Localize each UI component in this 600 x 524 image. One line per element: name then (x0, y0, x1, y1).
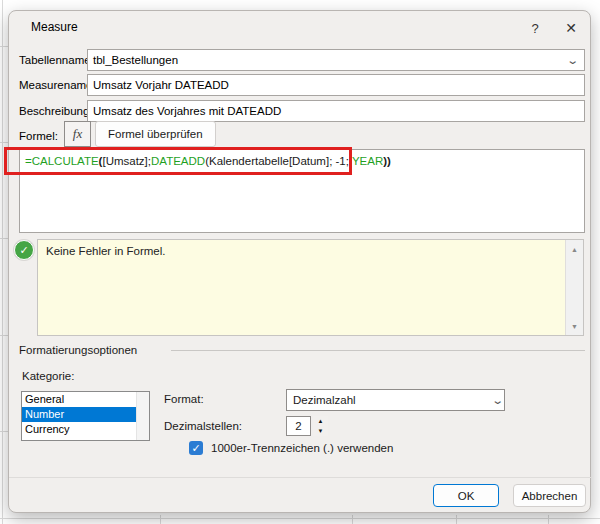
chevron-down-icon: ⌄ (491, 394, 504, 407)
background-gridline (0, 518, 600, 519)
category-option-general[interactable]: General (22, 392, 139, 407)
measure-name-label: Measurename: (19, 74, 96, 96)
category-option-currency[interactable]: Currency (22, 422, 139, 437)
listbox-scrollbar[interactable] (136, 392, 149, 440)
formula-token: =CALCULATE (25, 155, 99, 167)
measure-dialog: Measure ? ✕ Tabellenname: tbl_Bestellung… (8, 10, 591, 513)
background-gridline (0, 431, 8, 432)
help-button[interactable]: ? (521, 15, 549, 41)
thousands-separator-checkbox[interactable]: ✓ (189, 441, 203, 455)
background-gridline (0, 335, 8, 336)
thousands-separator-label: 1000er-Trennzeichen (.) verwenden (211, 442, 393, 454)
spinner-down-icon: ▼ (318, 428, 324, 434)
background-gridline (352, 515, 353, 524)
table-name-combobox[interactable]: tbl_Bestellungen ⌄ (87, 49, 585, 71)
category-listbox: General Number Currency (21, 391, 150, 441)
validation-message: Keine Fehler in Formel. (46, 245, 166, 257)
measure-name-input[interactable] (87, 74, 585, 96)
decimals-label: Dezimalstellen: (164, 420, 242, 432)
background-gridline (160, 515, 161, 524)
checkmark-icon: ✓ (191, 442, 200, 454)
format-dropdown[interactable]: Dezimalzahl ⌄ (286, 389, 505, 411)
formatting-section-label: Formatierungsoptionen (19, 344, 137, 356)
decimals-value[interactable]: 2 (286, 416, 311, 436)
scroll-up-icon: ▲ (571, 246, 578, 253)
spinner-up-button[interactable]: ▲ (313, 416, 328, 426)
insert-function-button[interactable]: fx (64, 121, 91, 147)
cancel-button[interactable]: Abbrechen (513, 484, 586, 507)
footer-divider (9, 477, 592, 478)
scroll-down-icon: ▼ (571, 323, 578, 330)
description-label: Beschreibung: (19, 100, 93, 122)
chevron-down-icon: ⌄ (566, 54, 579, 67)
ok-button[interactable]: OK (433, 484, 499, 507)
formula-editor[interactable]: =CALCULATE([Umsatz];DATEADD(Kalendertabe… (19, 149, 585, 233)
formula-label: Formel: (19, 123, 58, 149)
formula-token: )) (383, 155, 391, 167)
background-gridline (0, 142, 8, 143)
background-gridline (0, 238, 8, 239)
category-option-number[interactable]: Number (22, 407, 139, 422)
description-input[interactable] (87, 100, 585, 122)
validation-message-box: Keine Fehler in Formel. ▲ ▼ (37, 239, 584, 336)
window-title: Measure (31, 20, 78, 34)
table-name-value: tbl_Bestellungen (93, 54, 568, 66)
format-label: Format: (164, 393, 204, 405)
scroll-up-button[interactable]: ▲ (566, 242, 583, 256)
close-icon: ✕ (565, 20, 577, 36)
fx-icon: fx (73, 126, 82, 142)
decimals-spinner: ▲ ▼ (313, 416, 328, 436)
spinner-up-icon: ▲ (318, 418, 324, 424)
category-label: Kategorie: (22, 370, 74, 382)
format-value: Dezimalzahl (293, 394, 493, 406)
check-formula-button[interactable]: Formel überprüfen (95, 121, 216, 147)
help-icon: ? (531, 21, 538, 36)
scroll-down-button[interactable]: ▼ (566, 319, 583, 333)
check-circle-icon: ✓ (14, 240, 34, 260)
background-gridline (456, 515, 457, 524)
background-gridline (0, 46, 8, 47)
formula-token: YEAR (352, 155, 383, 167)
background-gridline (2, 0, 3, 524)
formula-token: DATEADD (151, 155, 205, 167)
background-gridline (548, 515, 549, 524)
formula-token: [Umsatz]; (102, 155, 151, 167)
section-divider (171, 350, 585, 351)
close-button[interactable]: ✕ (557, 15, 585, 41)
table-name-label: Tabellenname: (19, 49, 94, 71)
message-scrollbar[interactable]: ▲ ▼ (565, 240, 583, 335)
formula-token: (Kalendertabelle[Datum]; -1; (205, 155, 352, 167)
spinner-down-button[interactable]: ▼ (313, 426, 328, 436)
